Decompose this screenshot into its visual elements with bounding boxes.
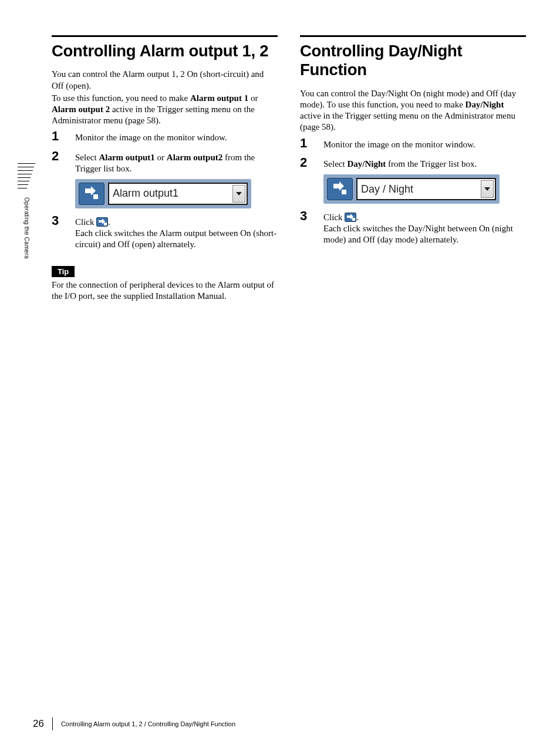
trigger-icon bbox=[96, 217, 108, 227]
intro-paragraph-alarm: You can control the Alarm output 1, 2 On… bbox=[52, 69, 278, 126]
select-value: Alarm output1 bbox=[113, 187, 178, 200]
step-3: Click . Each click switches the Day/Nigh… bbox=[300, 212, 526, 246]
tip-body: For the connection of peripheral devices… bbox=[52, 279, 278, 302]
trigger-icon bbox=[345, 213, 356, 222]
trigger-icon bbox=[79, 183, 104, 205]
sidebar-decoration: Operating the Camera bbox=[18, 163, 35, 259]
step-3: Click . Each click switches the Alarm ou… bbox=[52, 217, 278, 251]
dropdown-figure-daynight: Day / Night bbox=[323, 174, 500, 204]
section-title-alarm: Controlling Alarm output 1, 2 bbox=[52, 42, 278, 60]
step-text: . bbox=[108, 217, 110, 227]
chevron-down-icon[interactable] bbox=[481, 180, 494, 198]
step-bold: Day/Night bbox=[347, 159, 386, 169]
intro-bold: Alarm output 1 bbox=[190, 93, 248, 103]
page-number: 26 bbox=[33, 718, 44, 730]
steps-list-alarm: Monitor the image on the monitor window.… bbox=[52, 132, 278, 250]
intro-paragraph-daynight: You can control the Day/Night On (night … bbox=[300, 88, 526, 133]
left-column: Controlling Alarm output 1, 2 You can co… bbox=[52, 35, 278, 303]
footer-text: Controlling Alarm output 1, 2 / Controll… bbox=[61, 720, 235, 727]
intro-text: To use this function, you need to make bbox=[52, 93, 190, 103]
select-value: Day / Night bbox=[361, 183, 413, 196]
intro-bold: Day/Night bbox=[465, 100, 504, 109]
intro-text: or bbox=[248, 93, 258, 103]
section-title-daynight: Controlling Day/Night Function bbox=[300, 42, 526, 80]
tip-label: Tip bbox=[52, 266, 75, 277]
intro-text: active in the Trigger setting menu on th… bbox=[300, 111, 515, 132]
step-1: Monitor the image on the monitor window. bbox=[300, 139, 526, 150]
right-column: Controlling Day/Night Function You can c… bbox=[300, 35, 526, 303]
section-rule bbox=[300, 35, 526, 37]
step-text: Monitor the image on the monitor window. bbox=[323, 139, 526, 150]
step-text: Click bbox=[75, 217, 96, 227]
step-2: Select Alarm output1 or Alarm output2 fr… bbox=[52, 152, 278, 208]
step-text: Select bbox=[323, 159, 347, 169]
trigger-icon bbox=[327, 178, 353, 200]
intro-bold: Alarm output 2 bbox=[52, 105, 110, 114]
step-text: Click bbox=[323, 213, 345, 222]
footer-divider bbox=[52, 717, 53, 730]
step-2: Select Day/Night from the Trigger list b… bbox=[300, 159, 526, 204]
chevron-down-icon[interactable] bbox=[232, 185, 245, 203]
step-text: Select bbox=[75, 153, 99, 162]
intro-text: You can control the Alarm output 1, 2 On… bbox=[52, 69, 264, 90]
step-text: Each click switches the Day/Night betwee… bbox=[323, 223, 526, 245]
page-footer: 26 Controlling Alarm output 1, 2 / Contr… bbox=[33, 717, 235, 730]
dropdown-figure-alarm: Alarm output1 bbox=[75, 179, 251, 208]
sidebar-lines-icon bbox=[18, 163, 35, 191]
sidebar-section-label: Operating the Camera bbox=[23, 197, 30, 259]
trigger-select[interactable]: Day / Night bbox=[356, 178, 496, 200]
step-text: Monitor the image on the monitor window. bbox=[75, 132, 278, 143]
step-bold: Alarm output2 bbox=[167, 153, 222, 162]
step-text: Each click switches the Alarm output bet… bbox=[75, 228, 278, 250]
step-1: Monitor the image on the monitor window. bbox=[52, 132, 278, 143]
step-bold: Alarm output1 bbox=[99, 153, 154, 162]
steps-list-daynight: Monitor the image on the monitor window.… bbox=[300, 139, 526, 246]
trigger-select[interactable]: Alarm output1 bbox=[108, 183, 248, 205]
step-text: . bbox=[356, 213, 359, 222]
step-text: from the Trigger list box. bbox=[386, 159, 477, 169]
step-text: or bbox=[155, 153, 167, 162]
section-rule bbox=[52, 35, 278, 37]
